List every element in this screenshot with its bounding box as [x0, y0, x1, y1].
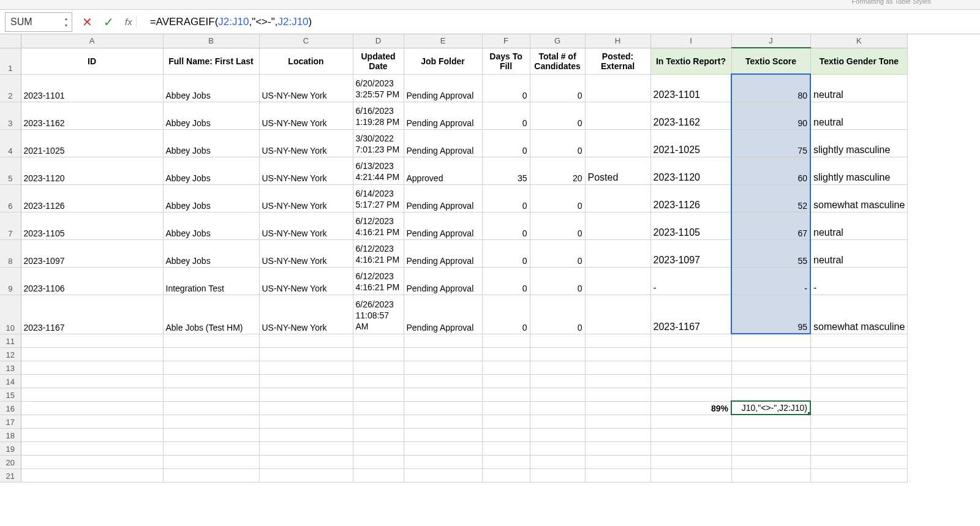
header-days-to-fill[interactable]: Days To Fill: [482, 48, 530, 74]
cell[interactable]: 0: [530, 239, 585, 267]
cell[interactable]: Approved: [404, 157, 482, 184]
cell[interactable]: 0: [482, 295, 530, 334]
formula-input[interactable]: =AVERAGEIF(J2:J10,"<>-",J2:J10): [146, 16, 975, 28]
cell[interactable]: [585, 295, 650, 334]
cell[interactable]: [585, 401, 650, 415]
row-header[interactable]: 19: [0, 441, 21, 455]
cell[interactable]: [482, 347, 530, 361]
cell[interactable]: [585, 239, 650, 267]
cell[interactable]: -: [650, 267, 731, 295]
cell[interactable]: [163, 361, 259, 374]
row-header[interactable]: 2: [0, 74, 21, 102]
cell[interactable]: Abbey Jobs: [163, 239, 259, 267]
row-header[interactable]: 12: [0, 347, 21, 361]
cell[interactable]: [650, 388, 731, 401]
cell[interactable]: [259, 374, 353, 388]
cell[interactable]: Abbey Jobs: [163, 129, 259, 157]
row-header[interactable]: 5: [0, 157, 21, 184]
cell[interactable]: 2021-1025: [21, 129, 163, 157]
cell[interactable]: [21, 388, 163, 401]
column-header-F[interactable]: F: [482, 34, 530, 48]
cell[interactable]: Abbey Jobs: [163, 157, 259, 184]
column-header-C[interactable]: C: [259, 34, 353, 48]
cell[interactable]: -: [810, 267, 908, 295]
cell[interactable]: 0: [482, 267, 530, 295]
cell[interactable]: [530, 441, 585, 455]
cell[interactable]: 2023-1162: [650, 102, 731, 129]
cell[interactable]: [259, 468, 353, 482]
cell[interactable]: neutral: [810, 212, 908, 239]
cell[interactable]: [731, 468, 810, 482]
cell[interactable]: [404, 455, 482, 468]
cell[interactable]: [353, 388, 404, 401]
cell[interactable]: [353, 415, 404, 428]
cell[interactable]: [585, 347, 650, 361]
cell[interactable]: [530, 415, 585, 428]
cell[interactable]: [585, 388, 650, 401]
cell[interactable]: [353, 347, 404, 361]
cell[interactable]: [482, 455, 530, 468]
column-header-G[interactable]: G: [530, 34, 585, 48]
cell[interactable]: US-NY-New York: [259, 102, 353, 129]
cell[interactable]: 0: [530, 102, 585, 129]
cell[interactable]: [585, 74, 650, 102]
row-header[interactable]: 14: [0, 374, 21, 388]
cell[interactable]: 2023-1126: [650, 184, 731, 212]
cell[interactable]: [650, 334, 731, 347]
cell[interactable]: [650, 361, 731, 374]
cell[interactable]: [353, 334, 404, 347]
cell[interactable]: [259, 334, 353, 347]
cell[interactable]: [810, 441, 908, 455]
column-header-H[interactable]: H: [585, 34, 650, 48]
cell[interactable]: 3/30/20227:01:23 PM: [353, 129, 404, 157]
header-textio-gender-tone[interactable]: Textio Gender Tone: [810, 48, 908, 74]
name-box[interactable]: SUM ▲ ▼: [5, 12, 72, 32]
cell[interactable]: 2023-1105: [21, 212, 163, 239]
cell[interactable]: [404, 361, 482, 374]
name-box-up-icon[interactable]: ▲: [62, 15, 70, 21]
cell[interactable]: Pending Approval: [404, 129, 482, 157]
row-header[interactable]: 20: [0, 455, 21, 468]
cell[interactable]: [21, 455, 163, 468]
cell[interactable]: slightly masculine: [810, 129, 908, 157]
cell[interactable]: [482, 334, 530, 347]
cell[interactable]: [731, 441, 810, 455]
cell[interactable]: [530, 388, 585, 401]
cell[interactable]: 2023-1101: [21, 74, 163, 102]
cell[interactable]: 2023-1120: [650, 157, 731, 184]
header-textio-score[interactable]: Textio Score: [731, 48, 810, 74]
cell[interactable]: [259, 441, 353, 455]
cell[interactable]: Pending Approval: [404, 295, 482, 334]
cell[interactable]: [353, 455, 404, 468]
row-header[interactable]: 3: [0, 102, 21, 129]
cell[interactable]: [353, 428, 404, 441]
cell[interactable]: [650, 374, 731, 388]
row-header[interactable]: 1: [0, 48, 21, 74]
column-header-E[interactable]: E: [404, 34, 482, 48]
cell[interactable]: 35: [482, 157, 530, 184]
cell[interactable]: [585, 129, 650, 157]
cell[interactable]: [21, 347, 163, 361]
cell[interactable]: 55: [731, 239, 810, 267]
cell[interactable]: 6/12/20234:16:21 PM: [353, 212, 404, 239]
cell[interactable]: 0: [482, 184, 530, 212]
row-header[interactable]: 18: [0, 428, 21, 441]
cell[interactable]: US-NY-New York: [259, 74, 353, 102]
header-updated-date[interactable]: Updated Date: [353, 48, 404, 74]
cell[interactable]: 0: [482, 102, 530, 129]
cell[interactable]: 6/13/20234:21:44 PM: [353, 157, 404, 184]
cell[interactable]: 6/16/20231:19:28 PM: [353, 102, 404, 129]
cell[interactable]: [404, 334, 482, 347]
cell[interactable]: [259, 361, 353, 374]
row-header[interactable]: 10: [0, 295, 21, 334]
cell[interactable]: 6/14/20235:17:27 PM: [353, 184, 404, 212]
cell[interactable]: [163, 428, 259, 441]
cell[interactable]: [482, 441, 530, 455]
cell[interactable]: 6/26/202311:08:57 AM: [353, 295, 404, 334]
cell[interactable]: [530, 361, 585, 374]
cell[interactable]: [21, 415, 163, 428]
cell[interactable]: [482, 388, 530, 401]
cell[interactable]: [585, 428, 650, 441]
spreadsheet-grid[interactable]: A B C D E F G H I J K 1 ID Full Name: Fi…: [0, 34, 980, 483]
cell[interactable]: Pending Approval: [404, 267, 482, 295]
